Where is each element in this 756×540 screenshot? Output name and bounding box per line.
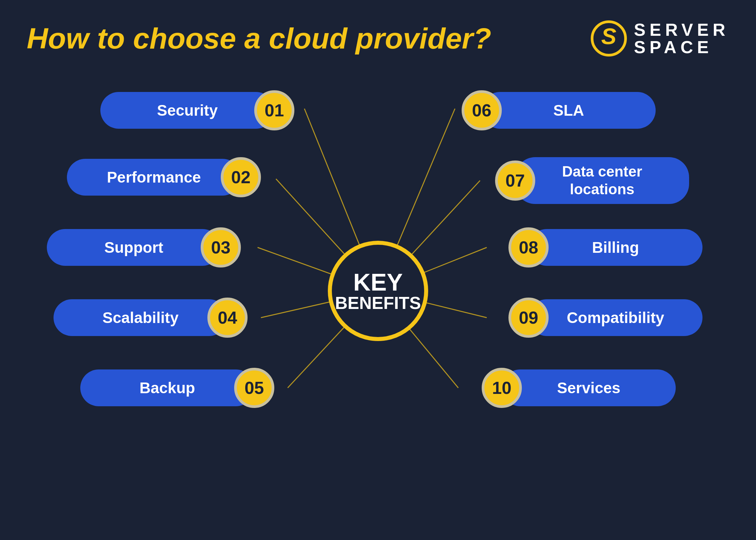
num-08: 08 <box>508 227 549 267</box>
label-compatibility: Compatibility <box>529 309 702 327</box>
center-circle: KEY BENEFITS <box>328 241 428 341</box>
pill-billing: Billing <box>529 229 702 266</box>
item-support: Support 03 <box>47 227 241 267</box>
num-04: 04 <box>207 298 248 338</box>
num-09: 09 <box>508 298 549 338</box>
label-support: Support <box>47 238 221 256</box>
logo: S SERVER SPACE <box>590 20 729 57</box>
pill-performance: Performance <box>67 159 241 196</box>
pill-datacenter: Data centerlocations <box>515 157 689 204</box>
item-services: 10 Services <box>482 368 676 408</box>
num-03: 03 <box>201 227 241 267</box>
logo-server-text: SERVER <box>634 21 729 38</box>
item-security: Security 01 <box>100 90 294 130</box>
item-performance: Performance 02 <box>67 157 261 197</box>
page-title: How to choose a cloud provider? <box>27 22 491 55</box>
label-security: Security <box>100 101 274 119</box>
pill-services: Services <box>502 369 676 406</box>
svg-text:S: S <box>601 23 616 49</box>
pill-backup: Backup <box>80 369 254 406</box>
item-compatibility: 09 Compatibility <box>508 298 702 338</box>
label-sla: SLA <box>482 101 656 119</box>
label-services: Services <box>502 379 676 397</box>
pill-sla: SLA <box>482 92 656 129</box>
num-05: 05 <box>234 368 274 408</box>
pill-scalability: Scalability <box>54 299 227 336</box>
label-scalability: Scalability <box>54 309 227 327</box>
diagram: KEY BENEFITS Security 01 Performance 02 … <box>27 70 729 512</box>
item-datacenter: 07 Data centerlocations <box>495 157 689 204</box>
page: How to choose a cloud provider? S SERVER… <box>0 0 756 540</box>
num-06: 06 <box>462 90 502 130</box>
pill-security: Security <box>100 92 274 129</box>
pill-support: Support <box>47 229 221 266</box>
num-02: 02 <box>221 157 261 197</box>
header: How to choose a cloud provider? S SERVER… <box>27 20 729 57</box>
center-benefits: BENEFITS <box>335 294 421 312</box>
pill-compatibility: Compatibility <box>529 299 702 336</box>
label-performance: Performance <box>67 168 241 186</box>
item-sla: 06 SLA <box>462 90 656 130</box>
label-datacenter: Data centerlocations <box>515 163 689 198</box>
num-07: 07 <box>495 160 535 201</box>
logo-space-text: SPACE <box>634 38 729 56</box>
num-01: 01 <box>254 90 294 130</box>
logo-icon: S <box>590 20 627 57</box>
label-billing: Billing <box>529 238 702 256</box>
logo-text: SERVER SPACE <box>634 21 729 56</box>
num-10: 10 <box>482 368 522 408</box>
item-scalability: Scalability 04 <box>54 298 248 338</box>
center-key: KEY <box>353 270 403 294</box>
item-billing: 08 Billing <box>508 227 702 267</box>
label-backup: Backup <box>80 379 254 397</box>
item-backup: Backup 05 <box>80 368 274 408</box>
